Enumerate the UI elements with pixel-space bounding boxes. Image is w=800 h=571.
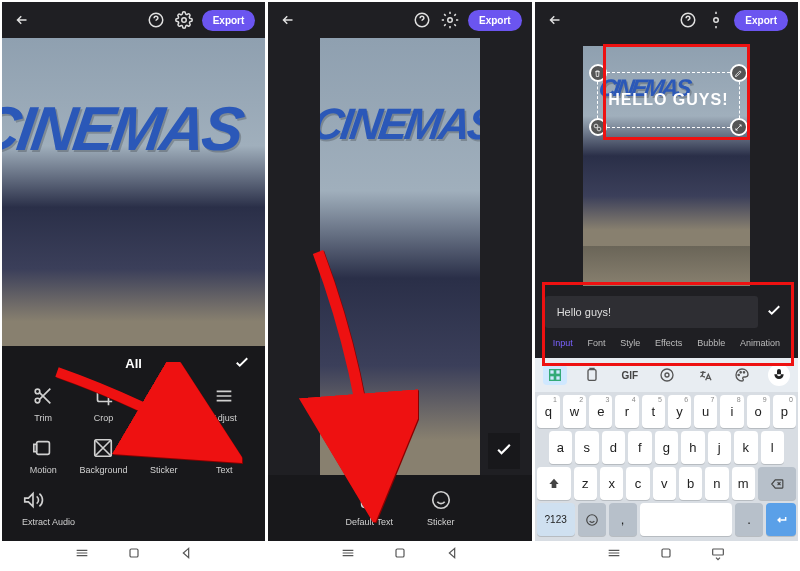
- export-button[interactable]: Export: [734, 10, 788, 31]
- key-v[interactable]: v: [653, 467, 676, 500]
- sticker-kb-icon[interactable]: [543, 365, 567, 385]
- key-m[interactable]: m: [732, 467, 755, 500]
- copy-handle-icon[interactable]: [589, 118, 607, 136]
- scene-signage: CINEMAS: [2, 93, 246, 164]
- home-icon[interactable]: [658, 545, 674, 565]
- tool-text[interactable]: Text: [197, 433, 251, 479]
- key-emoji[interactable]: [578, 503, 606, 536]
- tab-animation[interactable]: Animation: [740, 338, 780, 348]
- key-p[interactable]: 0p: [773, 395, 796, 428]
- key-space[interactable]: [640, 503, 732, 536]
- back-icon[interactable]: [12, 10, 32, 30]
- keyboard-hide-icon[interactable]: [710, 545, 726, 565]
- mic-icon[interactable]: [768, 364, 790, 386]
- text-overlay-box[interactable]: HELLO GUYS!: [597, 72, 740, 128]
- key-g[interactable]: g: [655, 431, 678, 464]
- key-shift[interactable]: [537, 467, 571, 500]
- svg-point-23: [665, 373, 669, 377]
- tab-bubble[interactable]: Bubble: [697, 338, 725, 348]
- key-backspace[interactable]: [758, 467, 796, 500]
- key-r[interactable]: 4r: [615, 395, 638, 428]
- key-period[interactable]: .: [735, 503, 763, 536]
- key-y[interactable]: 6y: [668, 395, 691, 428]
- key-l[interactable]: l: [761, 431, 784, 464]
- tool-filters[interactable]: Filters: [137, 381, 191, 427]
- key-i[interactable]: 8i: [720, 395, 743, 428]
- panel-text-input: Export CINEMAS HELLO GUYS! Hello guys! I…: [535, 2, 798, 569]
- recents-icon[interactable]: [340, 545, 356, 565]
- export-button[interactable]: Export: [202, 10, 256, 31]
- help-icon[interactable]: [146, 10, 166, 30]
- key-o[interactable]: 9o: [747, 395, 770, 428]
- gear-icon[interactable]: [706, 10, 726, 30]
- key-c[interactable]: c: [626, 467, 649, 500]
- key-s[interactable]: s: [575, 431, 598, 464]
- key-k[interactable]: k: [734, 431, 757, 464]
- home-icon[interactable]: [126, 545, 142, 565]
- panel-tools: Export CINEMAS All Trim Crop Filters Adj…: [2, 2, 265, 569]
- key-x[interactable]: x: [600, 467, 623, 500]
- back-nav-icon[interactable]: [178, 545, 194, 565]
- export-button[interactable]: Export: [468, 10, 522, 31]
- key-u[interactable]: 7u: [694, 395, 717, 428]
- back-nav-icon[interactable]: [444, 545, 460, 565]
- tab-effects[interactable]: Effects: [655, 338, 682, 348]
- tool-adjust[interactable]: Adjust: [197, 381, 251, 427]
- key-q[interactable]: 1q: [537, 395, 560, 428]
- clipboard-icon[interactable]: [580, 365, 604, 385]
- confirm-text-icon[interactable]: [762, 301, 786, 323]
- translate-icon[interactable]: [693, 365, 717, 385]
- tool-trim[interactable]: Trim: [16, 381, 70, 427]
- recents-icon[interactable]: [606, 545, 622, 565]
- settings-kb-icon[interactable]: [655, 365, 679, 385]
- tool-sticker[interactable]: Sticker: [137, 433, 191, 479]
- key-e[interactable]: 3e: [589, 395, 612, 428]
- key-mode-switch[interactable]: ?123: [537, 503, 575, 536]
- gear-icon[interactable]: [440, 10, 460, 30]
- key-h[interactable]: h: [681, 431, 704, 464]
- svg-point-17: [597, 127, 601, 131]
- key-b[interactable]: b: [679, 467, 702, 500]
- tab-font[interactable]: Font: [587, 338, 605, 348]
- key-a[interactable]: a: [549, 431, 572, 464]
- tool-sticker[interactable]: Sticker: [427, 489, 455, 527]
- key-t[interactable]: 5t: [642, 395, 665, 428]
- key-z[interactable]: z: [574, 467, 597, 500]
- resize-handle-icon[interactable]: [730, 118, 748, 136]
- video-preview[interactable]: CINEMAS HELLO GUYS!: [583, 46, 750, 246]
- palette-icon[interactable]: [730, 365, 754, 385]
- key-comma[interactable]: ,: [609, 503, 637, 536]
- tool-crop[interactable]: Crop: [76, 381, 130, 427]
- tool-extract-audio[interactable]: Extract Audio: [16, 485, 75, 531]
- tool-background[interactable]: Background: [76, 433, 130, 479]
- key-w[interactable]: 2w: [563, 395, 586, 428]
- svg-point-10: [448, 18, 453, 23]
- svg-rect-19: [555, 370, 560, 375]
- tool-default-text[interactable]: Default Text: [346, 489, 393, 527]
- text-input-field[interactable]: Hello guys!: [545, 296, 758, 328]
- back-icon[interactable]: [278, 10, 298, 30]
- confirm-icon[interactable]: [488, 433, 520, 469]
- video-preview[interactable]: CINEMAS: [2, 38, 265, 346]
- recents-icon[interactable]: [74, 545, 90, 565]
- key-enter[interactable]: [766, 503, 796, 536]
- delete-handle-icon[interactable]: [589, 64, 607, 82]
- tab-style[interactable]: Style: [620, 338, 640, 348]
- help-icon[interactable]: [412, 10, 432, 30]
- home-icon[interactable]: [392, 545, 408, 565]
- video-preview[interactable]: CINEMAS: [320, 38, 479, 475]
- key-f[interactable]: f: [628, 431, 651, 464]
- help-icon[interactable]: [678, 10, 698, 30]
- key-d[interactable]: d: [602, 431, 625, 464]
- back-icon[interactable]: [545, 10, 565, 30]
- video-scene: CINEMAS HELLO GUYS!: [583, 46, 750, 246]
- tool-motion[interactable]: Motion: [16, 433, 70, 479]
- confirm-icon[interactable]: [233, 353, 251, 375]
- gear-icon[interactable]: [174, 10, 194, 30]
- gif-icon[interactable]: GIF: [618, 365, 642, 385]
- key-j[interactable]: j: [708, 431, 731, 464]
- edit-handle-icon[interactable]: [730, 64, 748, 82]
- svg-point-24: [661, 369, 673, 381]
- tab-input[interactable]: Input: [553, 338, 573, 348]
- key-n[interactable]: n: [705, 467, 728, 500]
